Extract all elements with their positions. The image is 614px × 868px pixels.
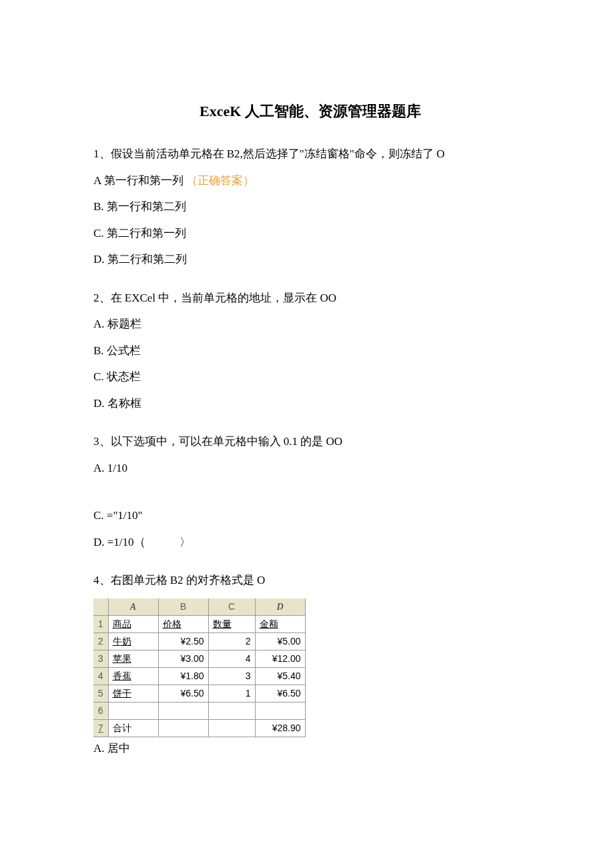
col-A: A xyxy=(108,598,158,616)
q2-option-a: A. 标题栏 xyxy=(93,316,527,333)
col-D: D xyxy=(255,598,305,616)
cell: ¥2.50 xyxy=(158,632,208,650)
row-num: 7 xyxy=(93,719,108,737)
row-num: 3 xyxy=(93,650,108,667)
q2-option-b: B. 公式栏 xyxy=(93,342,527,360)
table-row: 6 xyxy=(93,702,305,719)
spreadsheet-table: A B C D 1 商品 价格 数量 金额 2 牛奶 ¥2.50 2 xyxy=(93,598,527,737)
q3-stem: 3、以下选项中，可以在单元格中输入 0.1 的是 OO xyxy=(93,433,527,450)
table-row: 4 香蕉 ¥1.80 3 ¥5.40 xyxy=(93,667,305,685)
table-row: 3 苹果 ¥3.00 4 ¥12.00 xyxy=(93,650,305,667)
table-row: 1 商品 价格 数量 金额 xyxy=(93,615,305,632)
q1-option-c: C. 第二行和第一列 xyxy=(93,225,527,242)
q1-option-d: D. 第二行和第二列 xyxy=(93,251,527,268)
cell: ¥12.00 xyxy=(255,650,305,667)
cell: 苹果 xyxy=(108,650,158,667)
q1-option-a: A 第一行和第一列 （正确答案） xyxy=(93,172,527,189)
col-C: C xyxy=(208,598,255,616)
cell: 饼干 xyxy=(108,685,158,702)
q3-option-d: D. =1/10（ 〉 xyxy=(93,534,527,551)
cell: ¥6.50 xyxy=(158,685,208,702)
cell xyxy=(158,719,208,737)
cell: 数量 xyxy=(208,615,255,632)
q1-correct-mark: （正确答案） xyxy=(186,174,254,187)
q1-option-b: B. 第一行和第二列 xyxy=(93,198,527,215)
q1-stem: 1、假设当前活动单元格在 B2,然后选择了"冻结窗格"命令，则冻结了 O xyxy=(93,145,527,163)
document-title: ExceK 人工智能、资源管理器题库 xyxy=(93,100,527,122)
table-header-row: A B C D xyxy=(93,598,305,616)
table-row: 2 牛奶 ¥2.50 2 ¥5.00 xyxy=(93,632,305,650)
cell: 牛奶 xyxy=(108,632,158,650)
cell xyxy=(158,702,208,719)
table-corner xyxy=(93,598,108,616)
q2-option-d: D. 名称框 xyxy=(93,395,527,412)
col-B: B xyxy=(158,598,208,616)
cell: 金额 xyxy=(255,615,305,632)
question-4: 4、右图单元格 B2 的对齐格式是 O A B C D 1 商品 价格 数量 金… xyxy=(93,572,527,757)
cell: 1 xyxy=(208,685,255,702)
cell: ¥5.40 xyxy=(255,667,305,685)
question-2: 2、在 EXCel 中，当前单元格的地址，显示在 OO A. 标题栏 B. 公式… xyxy=(93,290,527,412)
cell: 3 xyxy=(208,667,255,685)
q3-option-a: A. 1/10 xyxy=(93,460,527,477)
q4-stem: 4、右图单元格 B2 的对齐格式是 O xyxy=(93,572,527,589)
cell: 商品 xyxy=(108,615,158,632)
row-num: 5 xyxy=(93,685,108,702)
cell: 合计 xyxy=(108,719,158,737)
question-3: 3、以下选项中，可以在单元格中输入 0.1 的是 OO A. 1/10 C. =… xyxy=(93,433,527,550)
row-num: 4 xyxy=(93,667,108,685)
row-num: 6 xyxy=(93,702,108,719)
row-num: 1 xyxy=(93,615,108,632)
cell: ¥5.00 xyxy=(255,632,305,650)
document-page: ExceK 人工智能、资源管理器题库 1、假设当前活动单元格在 B2,然后选择了… xyxy=(0,0,614,818)
cell xyxy=(255,702,305,719)
cell: 2 xyxy=(208,632,255,650)
cell: 4 xyxy=(208,650,255,667)
cell: ¥3.00 xyxy=(158,650,208,667)
table-row: 7 合计 ¥28.90 xyxy=(93,719,305,737)
cell xyxy=(208,719,255,737)
cell xyxy=(108,702,158,719)
cell: ¥6.50 xyxy=(255,685,305,702)
cell: ¥1.80 xyxy=(158,667,208,685)
cell: 香蕉 xyxy=(108,667,158,685)
q3-option-c: C. ="1/10" xyxy=(93,507,527,524)
q2-option-c: C. 状态栏 xyxy=(93,368,527,386)
cell: ¥28.90 xyxy=(255,719,305,737)
q2-stem: 2、在 EXCel 中，当前单元格的地址，显示在 OO xyxy=(93,290,527,307)
q4-option-a: A. 居中 xyxy=(93,740,527,757)
question-1: 1、假设当前活动单元格在 B2,然后选择了"冻结窗格"命令，则冻结了 O A 第… xyxy=(93,145,527,268)
cell: 价格 xyxy=(158,615,208,632)
q3-blank xyxy=(93,486,527,498)
data-table: A B C D 1 商品 价格 数量 金额 2 牛奶 ¥2.50 2 xyxy=(93,598,306,737)
q1-a-text: A 第一行和第一列 xyxy=(93,174,184,187)
row-num: 2 xyxy=(93,632,108,650)
table-row: 5 饼干 ¥6.50 1 ¥6.50 xyxy=(93,685,305,702)
cell xyxy=(208,702,255,719)
